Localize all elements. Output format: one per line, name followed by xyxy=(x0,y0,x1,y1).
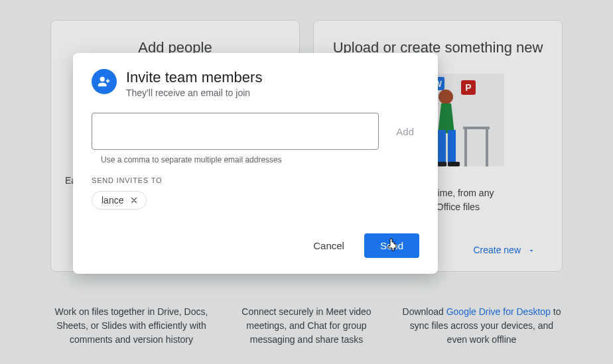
cancel-button[interactable]: Cancel xyxy=(306,235,351,257)
email-input[interactable] xyxy=(92,113,379,150)
send-to-label: Send invites to xyxy=(92,176,419,184)
invite-modal: Invite team members They'll receive an e… xyxy=(73,53,438,274)
invite-chip: lance xyxy=(92,191,147,210)
helper-text: Use a comma to separate multiple email a… xyxy=(101,155,419,164)
person-add-icon xyxy=(92,69,117,94)
svg-point-17 xyxy=(100,77,105,82)
chip-label: lance xyxy=(102,195,123,206)
modal-title: Invite team members xyxy=(126,69,262,86)
modal-subtitle: They'll receive an email to join xyxy=(126,88,262,98)
add-button[interactable]: Add xyxy=(391,126,419,137)
send-button[interactable]: Send xyxy=(364,233,419,258)
chip-remove-icon[interactable] xyxy=(129,195,139,206)
